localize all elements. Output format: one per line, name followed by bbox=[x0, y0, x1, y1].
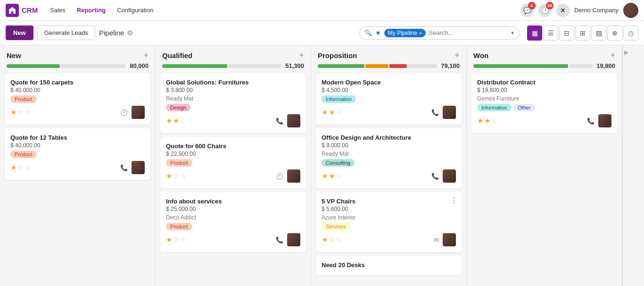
kanban-card[interactable]: Info about services$ 25,000.00Deco Addic… bbox=[160, 192, 306, 252]
star-icon[interactable]: ★ bbox=[166, 117, 172, 125]
star-icon[interactable]: ★ bbox=[329, 108, 335, 117]
messages-badge[interactable]: 💬 6 bbox=[520, 4, 534, 17]
view-map-button[interactable]: ⊕ bbox=[607, 25, 622, 41]
view-grid-button[interactable]: ⊞ bbox=[575, 25, 590, 41]
col-header-new: New + bbox=[0, 45, 155, 62]
card-action-phone[interactable]: 📞 bbox=[587, 118, 594, 125]
kanban-card[interactable]: Quote for 150 carpets$ 40,000.00Product … bbox=[5, 73, 150, 125]
card-avatar bbox=[598, 114, 611, 127]
star-icon[interactable]: ★ bbox=[173, 117, 179, 125]
star-icon[interactable]: ☆ bbox=[329, 236, 335, 244]
user-avatar[interactable] bbox=[623, 3, 638, 18]
search-input[interactable] bbox=[429, 29, 508, 36]
kanban-card[interactable]: Need 20 Desks bbox=[316, 256, 462, 275]
pipeline-settings-icon[interactable]: ⚙ bbox=[127, 29, 133, 37]
card-tag[interactable]: Information bbox=[477, 104, 512, 111]
card-actions: 📞 bbox=[276, 233, 300, 246]
star-icon[interactable]: ★ bbox=[322, 108, 328, 117]
kanban-board: New + 80,000Quote for 150 carpets$ 40,00… bbox=[0, 45, 644, 286]
scroll-right-indicator[interactable]: ▶ bbox=[622, 45, 630, 286]
star-icon[interactable]: ★ bbox=[477, 117, 483, 125]
nav-item-sales[interactable]: Sales bbox=[45, 4, 70, 17]
card-tag[interactable]: Other bbox=[513, 104, 535, 111]
star-icon[interactable]: ★ bbox=[166, 236, 172, 244]
star-icon[interactable]: ★ bbox=[329, 172, 335, 180]
star-icon[interactable]: ☆ bbox=[180, 236, 186, 244]
star-icon[interactable]: ★ bbox=[10, 108, 17, 117]
star-icon[interactable]: ☆ bbox=[336, 172, 342, 180]
card-action-phone[interactable]: 📞 bbox=[431, 173, 439, 180]
search-icon: 🔍 bbox=[364, 29, 372, 36]
card-tag[interactable]: Design bbox=[166, 104, 190, 111]
star-icon[interactable]: ☆ bbox=[336, 108, 342, 117]
card-action-email[interactable]: ✉ bbox=[434, 236, 439, 244]
view-list-button[interactable]: ☰ bbox=[543, 25, 558, 41]
nav-item-configuration[interactable]: Configuration bbox=[112, 4, 158, 17]
col-add-qualified[interactable]: + bbox=[299, 51, 304, 59]
nav-item-reporting[interactable]: Reporting bbox=[72, 4, 110, 17]
card-action-phone[interactable]: 📞 bbox=[276, 236, 283, 244]
col-title-qualified: Qualified bbox=[162, 51, 295, 59]
card-stars: ★★☆ bbox=[477, 117, 497, 125]
col-add-proposition[interactable]: + bbox=[454, 51, 460, 59]
app-logo[interactable]: CRM bbox=[6, 4, 38, 17]
col-add-new[interactable]: + bbox=[143, 51, 149, 59]
card-action-phone[interactable]: 📞 bbox=[276, 118, 283, 125]
card-tag[interactable]: Consulting bbox=[322, 159, 355, 167]
view-kanban-button[interactable]: ▦ bbox=[527, 25, 542, 41]
kanban-card[interactable]: Quote for 600 Chairs$ 22,500.00Product ★… bbox=[160, 137, 306, 188]
star-icon[interactable]: ☆ bbox=[180, 117, 186, 125]
star-icon[interactable]: ☆ bbox=[17, 108, 24, 117]
search-dropdown-icon[interactable]: ▾ bbox=[511, 29, 514, 36]
star-icon[interactable]: ★ bbox=[484, 117, 490, 125]
card-action-phone[interactable]: 📞 bbox=[431, 109, 439, 116]
kanban-card[interactable]: Office Design and Architecture$ 9,000.00… bbox=[316, 128, 462, 188]
star-icon[interactable]: ★ bbox=[10, 163, 17, 172]
avatar-img bbox=[132, 106, 145, 119]
messages-count: 6 bbox=[528, 2, 536, 9]
star-icon[interactable]: ☆ bbox=[173, 172, 179, 180]
card-amount: $ 40,000.00 bbox=[10, 142, 145, 149]
star-icon[interactable]: ☆ bbox=[25, 163, 31, 172]
generate-leads-button[interactable]: Generate Leads bbox=[37, 25, 95, 40]
view-clock-button[interactable]: ◷ bbox=[623, 25, 638, 41]
star-icon[interactable]: ★ bbox=[166, 172, 172, 180]
star-icon[interactable]: ☆ bbox=[491, 117, 497, 125]
card-title: Quote for 150 carpets bbox=[10, 79, 145, 86]
card-amount: $ 3,800.00 bbox=[166, 87, 300, 93]
kanban-column-proposition: Proposition + 79,100Modern Open Space$ 4… bbox=[311, 45, 467, 286]
kanban-card[interactable]: Global Solutions: Furnitures$ 3,800.00Re… bbox=[160, 73, 306, 133]
card-tag[interactable]: Product bbox=[166, 159, 192, 167]
filter-tag-close[interactable]: × bbox=[419, 30, 422, 36]
card-tag[interactable]: Product bbox=[10, 95, 37, 103]
star-icon[interactable]: ★ bbox=[322, 172, 328, 180]
kanban-card[interactable]: ⋮5 VP Chairs$ 5,600.00Azure InteriorServ… bbox=[316, 192, 462, 252]
kanban-card[interactable]: Modern Open Space$ 4,500.00Information ★… bbox=[316, 73, 462, 125]
kanban-card[interactable]: Distributor Contract$ 19,800.00Gemini Fu… bbox=[471, 73, 617, 133]
star-icon[interactable]: ☆ bbox=[17, 163, 24, 172]
kanban-card[interactable]: Quote for 12 Tables$ 40,000.00Product ★☆… bbox=[5, 128, 150, 180]
card-action-phone[interactable]: 📞 bbox=[120, 164, 128, 171]
star-icon[interactable]: ☆ bbox=[336, 236, 342, 244]
star-icon[interactable]: ☆ bbox=[180, 172, 186, 180]
new-button[interactable]: New bbox=[6, 25, 33, 40]
card-more-menu[interactable]: ⋮ bbox=[450, 196, 458, 205]
view-calendar-button[interactable]: ⊟ bbox=[559, 25, 574, 41]
card-tag[interactable]: Product bbox=[166, 223, 192, 230]
card-action-clock[interactable]: 🕐 bbox=[276, 173, 283, 180]
settings-badge[interactable]: ✕ bbox=[556, 4, 570, 17]
card-stars: ★☆☆ bbox=[322, 236, 342, 244]
card-tag[interactable]: Product bbox=[10, 151, 37, 158]
star-icon[interactable]: ☆ bbox=[25, 108, 31, 117]
star-icon[interactable]: ☆ bbox=[173, 236, 179, 244]
star-icon[interactable]: ★ bbox=[322, 236, 328, 244]
card-tags: Services bbox=[322, 223, 456, 230]
search-filter-tag[interactable]: My Pipeline × bbox=[384, 29, 426, 37]
view-chart-button[interactable]: ▨ bbox=[591, 25, 606, 41]
card-tag[interactable]: Services bbox=[322, 223, 350, 230]
filter-icon: ▼ bbox=[375, 29, 381, 37]
activities-badge[interactable]: 🕐 20 bbox=[538, 4, 552, 17]
col-add-won[interactable]: + bbox=[610, 51, 615, 59]
card-tag[interactable]: Information bbox=[322, 95, 356, 103]
card-action-clock[interactable]: 🕐 bbox=[120, 109, 128, 116]
